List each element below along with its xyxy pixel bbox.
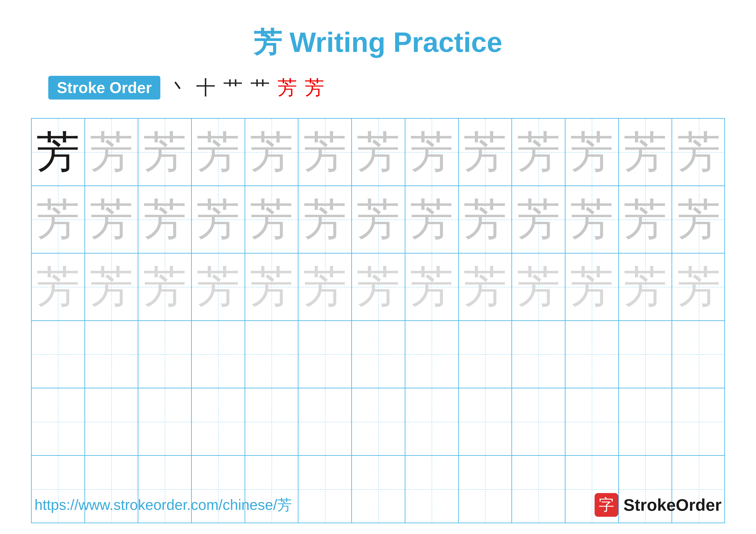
- grid-cell-2-10: 芳: [512, 186, 565, 253]
- grid-cell-5-9[interactable]: [459, 388, 512, 455]
- grid-cell-4-13[interactable]: [672, 321, 726, 388]
- char-light: 芳: [624, 266, 667, 309]
- stroke-6: 芳: [305, 75, 324, 101]
- grid-cell-1-2: 芳: [85, 119, 139, 186]
- grid-cell-1-10: 芳: [512, 119, 565, 186]
- grid-cell-2-7: 芳: [352, 186, 405, 253]
- stroke-3: 艹: [223, 75, 243, 101]
- grid-cell-4-1[interactable]: [32, 321, 85, 388]
- char-medium: 芳: [90, 131, 133, 174]
- stroke-4: 艹: [251, 75, 270, 101]
- grid-cell-5-12[interactable]: [619, 388, 672, 455]
- grid-cell-2-4: 芳: [192, 186, 245, 253]
- char-medium: 芳: [464, 131, 507, 174]
- grid-cell-3-6: 芳: [298, 254, 352, 320]
- grid-cell-1-1: 芳: [32, 119, 85, 186]
- char-medium: 芳: [250, 198, 293, 241]
- grid-cell-1-12: 芳: [619, 119, 672, 186]
- grid-cell-1-11: 芳: [565, 119, 619, 186]
- page-title: 芳 Writing Practice: [254, 24, 502, 62]
- grid-cell-2-5: 芳: [245, 186, 299, 253]
- grid-cell-4-4[interactable]: [192, 321, 245, 388]
- grid-cell-5-11[interactable]: [565, 388, 619, 455]
- char-medium: 芳: [570, 198, 613, 241]
- grid-cell-5-8[interactable]: [405, 388, 459, 455]
- grid-cell-3-9: 芳: [459, 254, 512, 320]
- grid-cell-2-13: 芳: [672, 186, 726, 253]
- page-container: 芳 Writing Practice Stroke Order 丶 十 艹 艹 …: [0, 0, 756, 534]
- grid-row-5: [32, 388, 724, 456]
- char-medium: 芳: [410, 198, 453, 241]
- grid-cell-2-8: 芳: [405, 186, 459, 253]
- logo-icon: 字: [595, 493, 618, 517]
- char-medium: 芳: [677, 131, 720, 174]
- char-light: 芳: [517, 266, 560, 309]
- grid-cell-4-5[interactable]: [245, 321, 299, 388]
- grid-cell-5-13[interactable]: [672, 388, 726, 455]
- grid-cell-3-5: 芳: [245, 254, 299, 320]
- grid-cell-1-5: 芳: [245, 119, 299, 186]
- grid-cell-1-3: 芳: [138, 119, 192, 186]
- grid-cell-3-12: 芳: [619, 254, 672, 320]
- char-light: 芳: [90, 266, 133, 309]
- grid-cell-4-12[interactable]: [619, 321, 672, 388]
- grid-cell-3-1: 芳: [32, 254, 85, 320]
- grid-cell-1-13: 芳: [672, 119, 726, 186]
- grid-cell-3-4: 芳: [192, 254, 245, 320]
- grid-cell-1-8: 芳: [405, 119, 459, 186]
- grid-cell-4-2[interactable]: [85, 321, 139, 388]
- stroke-2: 十: [196, 75, 216, 101]
- grid-cell-5-2[interactable]: [85, 388, 139, 455]
- grid-cell-2-9: 芳: [459, 186, 512, 253]
- grid-cell-5-1[interactable]: [32, 388, 85, 455]
- grid-cell-4-7[interactable]: [352, 321, 405, 388]
- char-medium: 芳: [624, 198, 667, 241]
- char-medium: 芳: [357, 131, 400, 174]
- char-light: 芳: [677, 266, 720, 309]
- grid-cell-5-6[interactable]: [298, 388, 352, 455]
- grid-cell-4-11[interactable]: [565, 321, 619, 388]
- grid-cell-3-7: 芳: [352, 254, 405, 320]
- grid-row-3: 芳 芳 芳 芳 芳 芳 芳 芳 芳 芳 芳 芳 芳: [32, 254, 724, 321]
- grid-cell-3-2: 芳: [85, 254, 139, 320]
- grid-row-4: [32, 321, 724, 388]
- grid-cell-1-4: 芳: [192, 119, 245, 186]
- char-medium: 芳: [250, 131, 293, 174]
- grid-cell-3-10: 芳: [512, 254, 565, 320]
- logo-text: StrokeOrder: [623, 495, 721, 515]
- char-medium: 芳: [197, 198, 240, 241]
- grid-cell-2-1: 芳: [32, 186, 85, 253]
- char-medium: 芳: [304, 131, 346, 174]
- grid-cell-3-3: 芳: [138, 254, 192, 320]
- char-light: 芳: [570, 266, 613, 309]
- char-light: 芳: [410, 266, 453, 309]
- grid-cell-4-8[interactable]: [405, 321, 459, 388]
- char-light: 芳: [143, 266, 186, 309]
- grid-cell-4-10[interactable]: [512, 321, 565, 388]
- grid-cell-4-9[interactable]: [459, 321, 512, 388]
- char-light: 芳: [357, 266, 400, 309]
- char-medium: 芳: [517, 131, 560, 174]
- char-light: 芳: [37, 266, 80, 309]
- char-medium: 芳: [357, 198, 400, 241]
- grid-cell-5-10[interactable]: [512, 388, 565, 455]
- grid-cell-2-3: 芳: [138, 186, 192, 253]
- stroke-1: 丶: [169, 75, 188, 101]
- grid-row-2: 芳 芳 芳 芳 芳 芳 芳 芳 芳 芳 芳 芳 芳: [32, 186, 724, 254]
- grid-cell-1-7: 芳: [352, 119, 405, 186]
- char-light: 芳: [250, 266, 293, 309]
- grid-cell-5-7[interactable]: [352, 388, 405, 455]
- char-medium: 芳: [677, 198, 720, 241]
- grid-cell-5-5[interactable]: [245, 388, 299, 455]
- char-medium: 芳: [464, 198, 507, 241]
- grid-cell-3-11: 芳: [565, 254, 619, 320]
- grid-cell-5-3[interactable]: [138, 388, 192, 455]
- grid-cell-4-3[interactable]: [138, 321, 192, 388]
- stroke-order-row: Stroke Order 丶 十 艹 艹 芳 芳: [48, 75, 738, 101]
- stroke-5: 芳: [278, 75, 297, 101]
- footer-url[interactable]: https://www.strokeorder.com/chinese/芳: [35, 495, 292, 515]
- stroke-order-badge: Stroke Order: [48, 76, 160, 99]
- grid-cell-5-4[interactable]: [192, 388, 245, 455]
- grid-cell-4-6[interactable]: [298, 321, 352, 388]
- stroke-sequence: 丶 十 艹 艹 芳 芳: [169, 75, 324, 101]
